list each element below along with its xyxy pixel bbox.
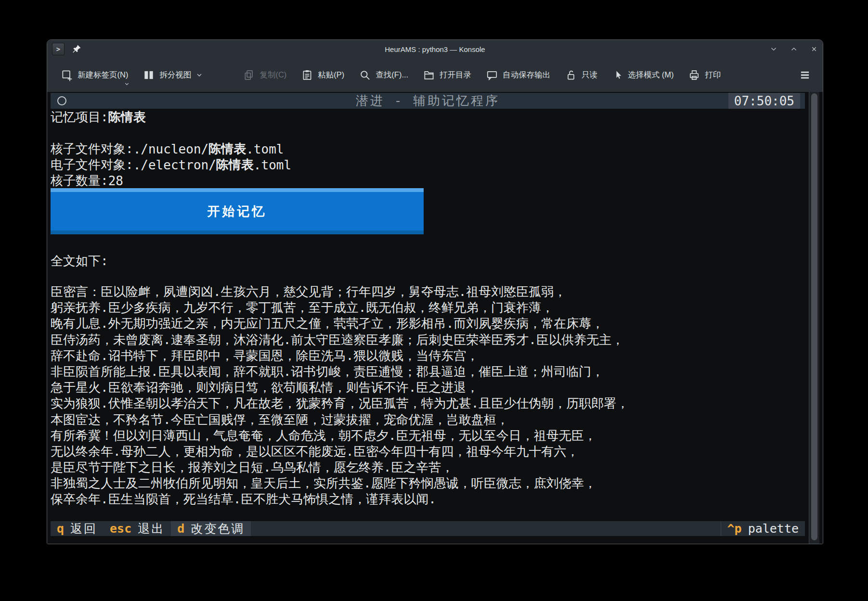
toolbar-item-label: 复制(C) <box>259 70 286 80</box>
toolbar-item-autosave-output[interactable]: 自动保存输出 <box>486 69 550 81</box>
memory-item-value: 陈情表 <box>108 109 146 125</box>
fulltext-line: 非臣陨首所能上报.臣具以表闻，辞不就职.诏书切峻，责臣逋慢；郡县逼迫，催臣上道；… <box>51 364 805 380</box>
toolbar-item-label: 只读 <box>582 70 597 80</box>
binding-description: 改变色调 <box>191 521 245 537</box>
fulltext-line: 晚有儿息.外无期功强近之亲，内无应门五尺之僮，茕茕孑立，形影相吊.而刘夙婴疾病，… <box>51 316 805 332</box>
footer-binding-palette[interactable]: ^p palette <box>721 521 805 536</box>
printer-icon <box>688 69 700 81</box>
chevron-up-icon <box>790 45 798 53</box>
toolbar-item-label: 拆分视图 <box>159 70 191 80</box>
binding-description: palette <box>748 522 799 536</box>
hamburger-icon <box>799 69 811 81</box>
fulltext-line: 本图宦达，不矜名节.今臣亡国贱俘，至微至陋，过蒙拔擢，宠命优渥，岂敢盘桓， <box>51 412 805 428</box>
minimize-button[interactable] <box>769 44 778 54</box>
footer-binding-d[interactable]: d 改变色调 <box>171 521 251 536</box>
toolbar: 新建标签页(N) 拆分视图 复制(C) <box>47 58 823 92</box>
toolbar-item-split-view[interactable]: 拆分视图 <box>143 69 203 81</box>
fulltext-line: 保卒余年.臣生当陨首，死当结草.臣不胜犬马怖惧之情，谨拜表以闻. <box>51 491 805 507</box>
copy-icon <box>243 69 255 81</box>
new-tab-icon <box>61 69 73 81</box>
toolbar-item-label: 选择模式 (M) <box>628 70 674 80</box>
start-memorize-label: 开始记忆 <box>207 203 267 220</box>
chevron-down-icon <box>769 45 778 53</box>
toolbar-item-find[interactable]: 查找(F)... <box>359 69 408 81</box>
toolbar-item-label: 打印 <box>705 70 721 80</box>
fulltext-line: 躬亲抚养.臣少多疾病，九岁不行，零丁孤苦，至于成立.既无伯叔，终鲜兄弟，门衰祚薄… <box>51 300 805 316</box>
lock-open-icon <box>565 69 577 81</box>
app-title: 潜进 - 辅助记忆程序 <box>51 92 805 109</box>
fulltext-line: 急于星火.臣欲奉诏奔驰，则刘病日笃，欲苟顺私情，则告诉不许.臣之进退， <box>51 380 805 396</box>
electron-label: 电子文件对象: <box>51 157 133 173</box>
electron-path-line: 电子文件对象: ./electron/陈情表.toml <box>51 157 291 173</box>
app-header: 潜进 - 辅助记忆程序 07:50:05 <box>51 93 805 109</box>
electron-file-ext: .toml <box>254 158 291 172</box>
electron-file-name: 陈情表 <box>216 157 254 173</box>
start-memorize-button[interactable]: 开始记忆 <box>51 188 424 234</box>
fulltext-line: 臣侍汤药，未曾废离.逮奉圣朝，沐浴清化.前太守臣逵察臣孝廉；后刺史臣荣举臣秀才.… <box>51 332 805 348</box>
close-icon <box>810 45 818 53</box>
output-bubble-icon <box>486 69 498 81</box>
footer-binding-q[interactable]: q 返回 <box>51 521 104 536</box>
fulltext-line: 非独蜀之人士及二州牧伯所见明知，皇天后土，实所共鉴.愿陛下矜悯愚诚，听臣微志，庶… <box>51 475 805 491</box>
folder-icon <box>423 69 435 81</box>
toolbar-item-read-only[interactable]: 只读 <box>565 69 597 81</box>
electron-path-prefix: ./electron/ <box>133 158 216 172</box>
memory-item-label: 记忆项目: <box>51 109 108 125</box>
paste-icon <box>301 69 313 81</box>
scrollbar[interactable] <box>809 92 819 544</box>
clock: 07:50:05 <box>728 93 800 109</box>
nucleon-count-line: 核子数量:28 <box>51 173 123 189</box>
maximize-button[interactable] <box>789 44 799 54</box>
fulltext-line: 辞不赴命.诏书特下，拜臣郎中，寻蒙国恩，除臣洗马.猥以微贱，当侍东宫， <box>51 348 805 364</box>
toolbar-item-paste[interactable]: 粘贴(P) <box>301 69 344 81</box>
fulltext-line: 实为狼狈.伏惟圣朝以孝治天下，凡在故老，犹蒙矜育，况臣孤苦，特为尤甚.且臣少仕伪… <box>51 396 805 411</box>
fulltext: 臣密言：臣以险衅，夙遭闵凶.生孩六月，慈父见背；行年四岁，舅夺母志.祖母刘愍臣孤… <box>51 284 805 508</box>
toolbar-item-label: 新建标签页(N) <box>78 70 128 80</box>
menu-button[interactable] <box>799 69 811 81</box>
fulltext-line: 臣密言：臣以险衅，夙遭闵凶.生孩六月，慈父见背；行年四岁，舅夺母志.祖母刘愍臣孤… <box>51 284 805 300</box>
window-title: HeurAMS : python3 — Konsole <box>47 45 823 53</box>
toolbar-item-new-tab[interactable]: 新建标签页(N) <box>61 69 128 81</box>
search-icon <box>359 69 371 81</box>
toolbar-item-label: 自动保存输出 <box>503 70 550 80</box>
desktop: > HeurAMS : python3 — Konsole <box>0 0 868 601</box>
nucleon-label: 核子文件对象: <box>51 141 133 157</box>
footer-binding-esc[interactable]: esc 退出 <box>104 521 171 536</box>
binding-description: 退出 <box>138 521 165 537</box>
fulltext-line: 有所希冀！但以刘日薄西山，气息奄奄，人命危浅，朝不虑夕.臣无祖母，无以至今日，祖… <box>51 428 805 444</box>
footer: q 返回 esc 退出 d 改变色调 ^p palette <box>51 521 805 536</box>
toolbar-item-label: 查找(F)... <box>376 70 408 80</box>
nucleon-count-label: 核子数量: <box>51 173 108 189</box>
nucleon-path-prefix: ./nucleon/ <box>133 142 209 156</box>
cursor-icon <box>612 69 623 81</box>
fulltext-line: 无以终余年.母孙二人，更相为命，是以区区不能废远.臣密今年四十有四，祖母今年九十… <box>51 444 805 460</box>
window-controls <box>769 40 819 58</box>
toolbar-item-select-mode[interactable]: 选择模式 (M) <box>612 69 674 81</box>
toolbar-item-label: 粘贴(P) <box>318 70 344 80</box>
chevron-down-icon <box>195 71 203 79</box>
binding-description: 返回 <box>70 521 97 537</box>
nucleon-file-ext: .toml <box>246 142 284 156</box>
split-view-icon <box>143 69 155 81</box>
terminal-view[interactable]: 潜进 - 辅助记忆程序 07:50:05 记忆项目: 陈情表 核子文件对象: .… <box>47 92 823 544</box>
toolbar-item-label: 打开目录 <box>440 70 471 80</box>
chevron-down-icon <box>124 81 130 87</box>
button-bottom-edge <box>51 230 424 234</box>
toolbar-item-copy[interactable]: 复制(C) <box>243 69 286 81</box>
fulltext-label: 全文如下: <box>51 253 108 269</box>
titlebar: > HeurAMS : python3 — Konsole <box>47 40 823 58</box>
toolbar-item-open-directory[interactable]: 打开目录 <box>423 69 471 81</box>
close-button[interactable] <box>809 44 819 54</box>
button-top-edge <box>51 188 424 192</box>
toolbar-item-print[interactable]: 打印 <box>688 69 721 81</box>
memory-item-line: 记忆项目: 陈情表 <box>51 109 146 125</box>
nucleon-file-name: 陈情表 <box>208 141 246 157</box>
scrollbar-thumb[interactable] <box>811 93 817 540</box>
konsole-window: > HeurAMS : python3 — Konsole <box>47 39 823 544</box>
key-label: esc <box>110 522 131 536</box>
nucleon-path-line: 核子文件对象: ./nucleon/陈情表.toml <box>51 141 284 157</box>
fulltext-line: 是臣尽节于陛下之日长，报养刘之日短.乌鸟私情，愿乞终养.臣之辛苦， <box>51 460 805 475</box>
nucleon-count-value: 28 <box>108 174 123 188</box>
key-label: d <box>177 522 184 536</box>
key-label: q <box>57 522 64 536</box>
